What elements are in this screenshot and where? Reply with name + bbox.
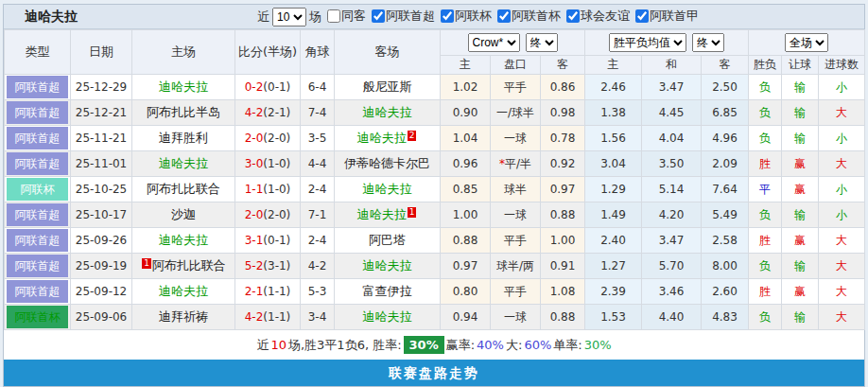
fulltime-score: 4-2 [245, 310, 264, 324]
league-type-badge: 阿联首杯 [7, 306, 68, 328]
home-team-name: 迪拜祈祷 [159, 309, 208, 324]
away-team-cell: 迪哈夫拉2 [335, 126, 441, 151]
away-team-name: 迪哈夫拉 [363, 182, 412, 196]
filter-item-5[interactable]: 阿联首甲 [635, 8, 699, 25]
home-team-name: 沙迦 [171, 207, 196, 221]
match-date-cell: 25-09-19 [71, 254, 132, 279]
match-date-cell: 25-10-17 [71, 202, 132, 228]
filter-checkbox[interactable] [566, 9, 580, 23]
match-row: 阿联杯25-10-25阿布扎比联合1-1(1-0)2-4迪哈夫拉0.85球半0.… [5, 177, 865, 202]
result-wdl-cell: 负 [749, 254, 782, 279]
league-type-badge: 阿联杯 [7, 178, 68, 201]
asian-away-odds-cell: 0.92 [541, 151, 585, 177]
asian-away-odds-cell: 1.08 [541, 279, 585, 305]
halftime-score: (1-1) [263, 285, 290, 298]
subcol-result-handicap: 让球 [782, 56, 819, 75]
euro-draw-odds-cell: 4.45 [642, 100, 702, 126]
result-wdl-cell: 负 [749, 75, 782, 100]
filter-checkbox[interactable] [635, 9, 649, 23]
filter-checkbox[interactable] [497, 9, 511, 23]
subcol-handicap: 盘口 [491, 56, 541, 75]
handicap-cell: 平手 [491, 228, 541, 254]
filter-item-3[interactable]: 阿联首杯 [497, 8, 561, 25]
asian-home-odds-cell: 0.85 [441, 177, 491, 202]
halftime-score: (2-0) [263, 208, 290, 221]
league-type-cell: 阿联杯 [5, 177, 71, 202]
euro-draw-odds-cell: 3.46 [642, 279, 702, 305]
result-wdl-cell: 胜 [749, 228, 782, 254]
result-goals-cell: 小 [819, 126, 865, 151]
scope-select[interactable]: 全场 [785, 33, 828, 52]
result-wdl-cell: 胜 [749, 279, 782, 305]
league-type-badge: 阿联首超 [7, 127, 68, 150]
euro-away-odds-cell: 4.83 [702, 305, 749, 330]
handicap-cell: 一/球半 [491, 100, 541, 126]
result-handicap-cell: 赢 [782, 151, 819, 177]
away-team-name: 阿巴塔 [369, 233, 406, 247]
match-count-select[interactable]: 10 [272, 8, 306, 26]
filter-item-4[interactable]: 球会友谊 [566, 8, 630, 25]
match-row: 阿联首超25-10-17沙迦2-0(2-0)7-1迪哈夫拉11.00一球0.88… [5, 202, 865, 228]
result-goals-cell: 大 [819, 279, 865, 305]
halftime-score: (0-1) [263, 80, 290, 94]
league-type-badge: 阿联首超 [7, 229, 68, 252]
euro-home-odds-cell: 2.40 [585, 228, 642, 254]
result-goals-cell: 小 [819, 75, 865, 100]
filter-item-1[interactable]: 阿联首超 [372, 8, 435, 25]
euro-away-odds-cell: 4.96 [702, 126, 749, 151]
league-type-cell: 阿联首超 [5, 75, 71, 100]
league-type-cell: 阿联首超 [5, 279, 71, 305]
euro-home-odds-cell: 1.29 [585, 177, 642, 202]
match-row: 阿联首超25-12-21阿布扎比半岛4-2(2-1)7-4迪哈夫拉0.90一/球… [5, 100, 865, 126]
bookmaker-select[interactable]: Crow* [468, 33, 520, 52]
home-team-cell: 迪拜胜利 [132, 126, 235, 151]
asian-stage-select[interactable]: 终 [526, 33, 558, 52]
summary-text: 赢率: [446, 337, 475, 354]
league-type-badge: 阿联首超 [7, 203, 68, 226]
score-cell: 5-2(3-1) [235, 254, 301, 279]
filter-label: 阿联杯 [455, 8, 492, 25]
filter-item-0[interactable]: 同客 [327, 8, 366, 25]
euro-avg-select[interactable]: 胜平负均值 [609, 33, 686, 52]
home-team-cell: 沙迦 [132, 202, 235, 228]
league-type-badge: 阿联首超 [7, 76, 68, 98]
filter-checkbox[interactable] [372, 9, 385, 23]
handicap-cell: 一球 [491, 305, 541, 330]
result-header-group: 全场 [749, 30, 865, 56]
col-header-type: 类型 [5, 30, 71, 75]
subcol-result-goals: 进球数 [819, 56, 865, 75]
score-cell: 3-0(1-0) [235, 151, 301, 177]
home-team-name: 迪哈夫拉 [159, 284, 208, 298]
league-type-badge: 阿联首超 [7, 152, 68, 175]
asian-away-odds-cell: 0.88 [541, 305, 585, 330]
filter-checkbox[interactable] [441, 9, 454, 23]
result-goals-cell: 大 [819, 100, 865, 126]
result-goals-cell: 大 [819, 305, 865, 330]
fulltime-score: 4-2 [245, 106, 264, 119]
away-team-cell: 迪哈夫拉1 [335, 202, 441, 228]
halftime-score: (1-1) [263, 310, 290, 324]
league-trend-button[interactable]: 联赛盘路走势 [4, 360, 864, 386]
filter-checkbox[interactable] [327, 9, 340, 23]
result-goals-cell: 小 [819, 202, 865, 228]
corners-cell: 7-4 [301, 100, 335, 126]
corners-cell: 4-2 [301, 254, 335, 279]
filter-label: 阿联首杯 [512, 8, 561, 25]
team-name: 迪哈夫拉 [25, 9, 78, 26]
fulltime-score: 2-0 [245, 132, 264, 145]
col-header-away: 客场 [335, 30, 441, 75]
match-row: 阿联首超25-11-21迪拜胜利2-0(2-0)3-5迪哈夫拉21.04一球0.… [5, 126, 865, 151]
asian-home-odds-cell: 0.96 [441, 151, 491, 177]
filter-bar: 近 10 场 同客阿联首超阿联杯阿联首杯球会友谊阿联首甲 [257, 8, 699, 26]
asian-home-odds-cell: 0.90 [441, 100, 491, 126]
away-team-cell: 富查伊拉 [335, 279, 441, 305]
match-date-cell: 25-09-06 [71, 305, 132, 330]
result-handicap-cell: 赢 [782, 228, 819, 254]
filter-item-2[interactable]: 阿联杯 [441, 8, 492, 25]
match-row: 阿联首超25-09-26迪哈夫拉3-1(0-1)2-4阿巴塔0.88平手1.00… [5, 228, 865, 254]
euro-home-odds-cell: 1.27 [585, 254, 642, 279]
euro-draw-odds-cell: 5.70 [642, 254, 702, 279]
euro-stage-select[interactable]: 终 [692, 33, 724, 52]
table-header-row-1: 类型 日期 主场 比分(半场) 角球 客场 Crow*终 胜平负均值终 全场 [5, 30, 865, 56]
asian-away-odds-cell: 0.78 [541, 126, 585, 151]
